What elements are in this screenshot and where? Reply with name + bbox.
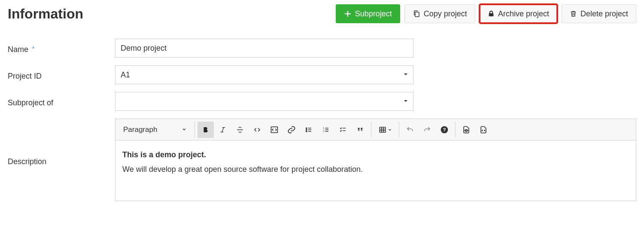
paragraph-style-dropdown[interactable]: Paragraph [118, 122, 192, 137]
source-button[interactable] [475, 122, 492, 138]
archive-project-button[interactable]: Archive project [480, 4, 557, 23]
strikethrough-button[interactable] [232, 122, 248, 138]
chevron-down-icon [182, 125, 187, 134]
description-label: Description [8, 157, 46, 166]
project-id-row: Project ID A1 [8, 65, 636, 84]
project-id-value: A1 [121, 70, 130, 79]
project-id-select[interactable]: A1 [115, 65, 413, 84]
copy-project-button[interactable]: Copy project [404, 4, 475, 23]
page-title: Information [8, 6, 83, 22]
name-row: Name * [8, 39, 636, 58]
svg-point-12 [306, 131, 307, 131]
subproject-of-row: Subproject of [8, 92, 636, 111]
project-id-label: Project ID [8, 69, 115, 81]
description-row: Description Paragraph [8, 119, 636, 205]
svg-text:2: 2 [323, 130, 324, 132]
link-button[interactable] [283, 122, 300, 138]
name-label: Name * [8, 43, 115, 54]
redo-button[interactable] [419, 122, 435, 138]
subproject-of-select[interactable] [115, 92, 413, 111]
subproject-button-label: Subproject [355, 9, 392, 18]
subproject-button[interactable]: Subproject [336, 4, 400, 23]
svg-rect-23 [380, 127, 386, 132]
archive-project-button-label: Archive project [498, 9, 549, 18]
paragraph-style-label: Paragraph [123, 125, 157, 134]
bullet-list-button[interactable] [301, 122, 317, 138]
editor-line-body: We will develop a great open source soft… [122, 164, 629, 176]
action-buttons: Subproject Copy project Archive project … [336, 4, 636, 23]
svg-point-10 [306, 128, 307, 128]
delete-project-button[interactable]: Delete project [562, 4, 636, 23]
name-label-text: Name [8, 45, 28, 54]
bold-button[interactable] [197, 122, 214, 138]
numbered-list-button[interactable]: 12 [318, 122, 334, 138]
editor-content[interactable]: This is a demo project. We will develop … [115, 140, 636, 201]
code-block-button[interactable] [266, 122, 283, 138]
rich-text-editor: Paragraph [115, 119, 636, 201]
trash-icon [570, 10, 577, 18]
task-list-button[interactable] [335, 122, 351, 138]
svg-text:1: 1 [323, 126, 324, 129]
copy-icon [413, 10, 420, 18]
svg-text:?: ? [443, 127, 446, 132]
svg-rect-2 [415, 12, 419, 17]
svg-line-7 [222, 127, 224, 132]
help-button[interactable]: ? [436, 122, 453, 138]
copy-project-button-label: Copy project [424, 9, 467, 18]
plus-icon [344, 10, 352, 18]
svg-point-11 [306, 129, 307, 130]
italic-button[interactable] [215, 122, 231, 138]
required-mark: * [32, 45, 34, 52]
svg-point-30 [465, 130, 467, 131]
delete-project-button-label: Delete project [580, 9, 628, 18]
undo-button[interactable] [402, 122, 418, 138]
lock-icon [488, 10, 495, 18]
subproject-of-label: Subproject of [8, 96, 115, 107]
editor-line-bold: This is a demo project. [122, 149, 629, 161]
name-input[interactable] [115, 39, 413, 58]
table-button[interactable] [374, 122, 396, 138]
page-header: Information Subproject Copy project Arch… [8, 4, 636, 23]
blockquote-button[interactable] [352, 122, 368, 138]
editor-toolbar: Paragraph [115, 119, 636, 140]
inline-code-button[interactable] [249, 122, 265, 138]
preview-button[interactable] [458, 122, 474, 138]
